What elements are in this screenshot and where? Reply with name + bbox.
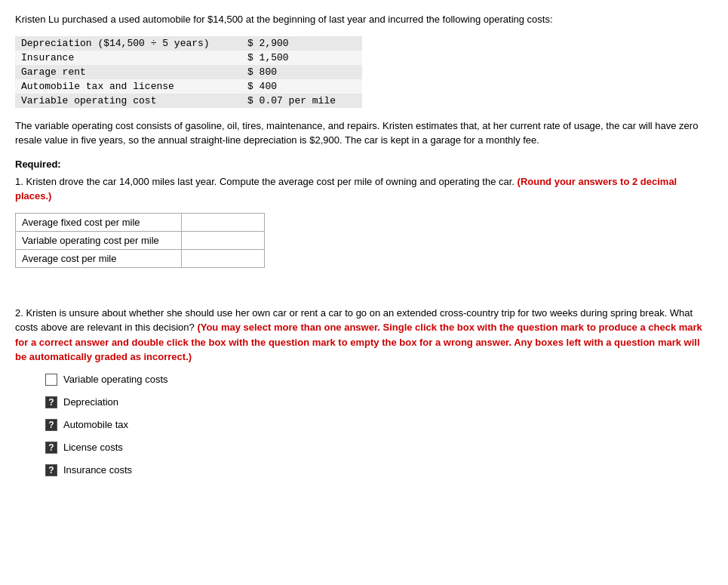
checkbox-box[interactable]: ? [45,464,57,476]
cost-value: $ 2,900 [241,36,362,51]
checkbox-item[interactable]: ?Automobile tax [45,419,713,431]
input-row-label: Variable operating cost per mile [16,231,182,249]
cost-label: Variable operating cost [15,94,241,108]
input-row-value[interactable] [182,231,265,249]
input-table-row: Average fixed cost per mile [16,213,265,231]
required-section: Required: 1. Kristen drove the car 14,00… [15,159,713,268]
input-row-label: Average cost per mile [16,249,182,267]
checkbox-item[interactable]: Variable operating costs [45,374,713,386]
cost-table: Depreciation ($14,500 ÷ 5 years) $ 2,900… [15,36,362,108]
cost-label: Automobile tax and license [15,79,241,94]
cost-table-row: Garage rent $ 800 [15,65,362,79]
cost-table-row: Depreciation ($14,500 ÷ 5 years) $ 2,900 [15,36,362,51]
cost-table-row: Insurance $ 1,500 [15,51,362,65]
required-label: Required: [15,159,713,170]
checkbox-item[interactable]: ?License costs [45,442,713,454]
input-row-label: Average fixed cost per mile [16,213,182,231]
checkbox-box[interactable] [45,374,57,386]
description-text: The variable operating cost consists of … [15,119,713,148]
checkbox-box[interactable]: ? [45,419,57,431]
checkbox-label: Automobile tax [63,419,128,430]
intro-text: Kristen Lu purchased a used automobile f… [15,12,713,27]
input-row-value[interactable] [182,213,265,231]
checkbox-box[interactable]: ? [45,396,57,408]
checkbox-label: Depreciation [63,396,118,408]
input-table-row: Variable operating cost per mile [16,231,265,249]
question2-text: 2. Kristen is unsure about whether she s… [15,306,713,365]
cost-value: $ 400 [241,79,362,94]
checkbox-box[interactable]: ? [45,442,57,454]
checkbox-label: License costs [63,442,123,453]
cost-table-row: Automobile tax and license $ 400 [15,79,362,94]
checkbox-item[interactable]: ?Insurance costs [45,464,713,476]
checkbox-group: Variable operating costs?Depreciation?Au… [45,374,713,476]
question1-static: 1. Kristen drove the car 14,000 miles la… [15,176,515,187]
answer-input[interactable] [188,235,258,246]
checkbox-item[interactable]: ?Depreciation [45,396,713,408]
input-table-row: Average cost per mile [16,249,265,267]
cost-value: $ 0.07 per mile [241,94,362,108]
cost-value: $ 800 [241,65,362,79]
input-table: Average fixed cost per mile Variable ope… [15,213,265,268]
answer-input[interactable] [188,217,258,228]
answer-input[interactable] [188,253,258,264]
cost-label: Depreciation ($14,500 ÷ 5 years) [15,36,241,51]
checkbox-label: Insurance costs [63,464,132,476]
cost-table-row: Variable operating cost $ 0.07 per mile [15,94,362,108]
checkbox-label: Variable operating costs [63,374,168,385]
cost-value: $ 1,500 [241,51,362,65]
cost-label: Garage rent [15,65,241,79]
cost-label: Insurance [15,51,241,65]
input-row-value[interactable] [182,249,265,267]
question1-text: 1. Kristen drove the car 14,000 miles la… [15,174,713,204]
